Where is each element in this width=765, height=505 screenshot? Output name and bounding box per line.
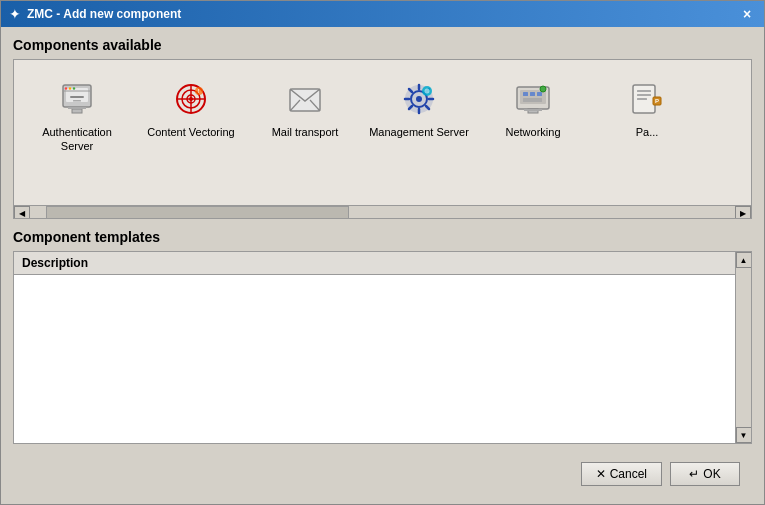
scroll-down-btn[interactable]: ▼: [736, 427, 752, 443]
svg-text:P: P: [655, 98, 659, 104]
networking-icon: [513, 79, 553, 119]
svg-rect-41: [524, 109, 542, 111]
ok-icon: ↵: [689, 467, 699, 481]
ok-button[interactable]: ↵ OK: [670, 462, 740, 486]
component-networking[interactable]: Networking: [478, 70, 588, 148]
description-column-header: Description: [14, 252, 735, 275]
svg-point-4: [69, 87, 71, 89]
pa-icon: P: [627, 79, 667, 119]
svg-rect-6: [72, 109, 82, 113]
scroll-right-btn[interactable]: ▶: [735, 206, 751, 220]
scroll-left-btn[interactable]: ◀: [14, 206, 30, 220]
title-bar: ✦ ZMC - Add new component ×: [1, 1, 764, 27]
scroll-track-v: [736, 268, 751, 427]
title-bar-left: ✦ ZMC - Add new component: [9, 6, 181, 22]
table-body: [14, 275, 735, 425]
svg-rect-7: [68, 107, 86, 109]
templates-title: Component templates: [13, 229, 752, 245]
svg-rect-9: [73, 100, 81, 102]
svg-point-23: [416, 96, 422, 102]
svg-rect-38: [537, 92, 542, 96]
component-auth-server[interactable]: Authentication Server: [22, 70, 132, 163]
svg-rect-8: [70, 96, 84, 98]
svg-rect-1: [66, 88, 88, 102]
management-server-label: Management Server: [369, 125, 469, 139]
auth-server-icon: [57, 79, 97, 119]
component-mail-transport[interactable]: Mail transport: [250, 70, 360, 148]
pa-label: Pa...: [636, 125, 659, 139]
components-scroll-area: Authentication Server: [14, 60, 751, 205]
svg-rect-46: [637, 98, 647, 100]
components-panel: Authentication Server: [13, 59, 752, 219]
component-management-server[interactable]: Management Server: [364, 70, 474, 148]
ok-label: OK: [703, 467, 720, 481]
management-server-icon: [399, 79, 439, 119]
horizontal-scrollbar[interactable]: ◀ ▶: [14, 205, 751, 219]
mail-transport-icon: [285, 79, 325, 119]
svg-rect-39: [523, 98, 542, 102]
svg-point-33: [425, 89, 430, 94]
cancel-icon: ✕: [596, 467, 606, 481]
vertical-scrollbar: ▲ ▼: [735, 252, 751, 443]
mail-transport-label: Mail transport: [272, 125, 339, 139]
svg-rect-37: [530, 92, 535, 96]
component-content-vectoring[interactable]: ! Content Vectoring: [136, 70, 246, 148]
cancel-label: Cancel: [610, 467, 647, 481]
svg-point-5: [73, 87, 75, 89]
content-vectoring-label: Content Vectoring: [147, 125, 234, 139]
svg-rect-44: [637, 90, 651, 92]
svg-point-42: [540, 86, 546, 92]
templates-table[interactable]: Description: [14, 252, 735, 443]
window-content: Components available: [1, 27, 764, 504]
svg-rect-45: [637, 94, 651, 96]
networking-label: Networking: [505, 125, 560, 139]
svg-rect-36: [523, 92, 528, 96]
scroll-track: [46, 206, 719, 219]
component-pa[interactable]: P Pa...: [592, 70, 702, 148]
templates-panel: Description ▲ ▼: [13, 251, 752, 444]
components-title: Components available: [13, 37, 752, 53]
scroll-thumb[interactable]: [46, 206, 349, 219]
window-title: ZMC - Add new component: [27, 7, 181, 21]
templates-section: Component templates Description ▲ ▼: [13, 229, 752, 444]
main-window: ✦ ZMC - Add new component × Components a…: [0, 0, 765, 505]
footer: ✕ Cancel ↵ OK: [13, 454, 752, 494]
window-icon: ✦: [9, 6, 21, 22]
content-vectoring-icon: !: [171, 79, 211, 119]
close-button[interactable]: ×: [738, 5, 756, 23]
auth-server-label: Authentication Server: [27, 125, 127, 154]
scroll-up-btn[interactable]: ▲: [736, 252, 752, 268]
svg-point-3: [65, 87, 67, 89]
components-section: Components available: [13, 37, 752, 219]
cancel-button[interactable]: ✕ Cancel: [581, 462, 662, 486]
